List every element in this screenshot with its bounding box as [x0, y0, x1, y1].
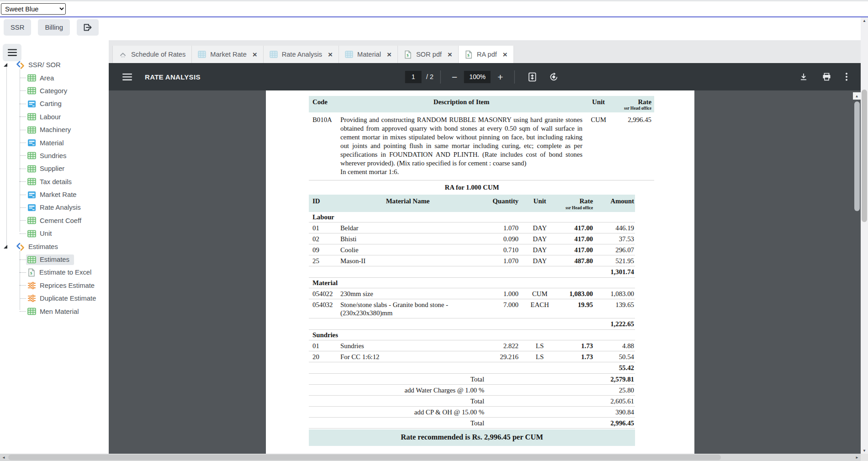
ra-total-row: Total2,605.61 [309, 396, 635, 407]
nav-button-ssr[interactable]: SSR [4, 19, 31, 36]
primary-nav: SSRBilling [4, 19, 99, 36]
print-button[interactable] [822, 72, 831, 81]
expand-caret-icon[interactable] [4, 245, 7, 249]
rotate-button[interactable] [549, 72, 558, 82]
scroll-down-icon[interactable]: ▼ [861, 447, 868, 454]
tree-item-cement-coeff[interactable]: Cement Coeff [0, 214, 109, 227]
zoom-level[interactable]: 100% [464, 71, 491, 83]
tree-item-label: Machinery [40, 126, 71, 133]
tree-guide [20, 285, 26, 286]
grid-icon [198, 51, 206, 58]
table-icon [27, 256, 36, 264]
browser-horizontal-scrollbar[interactable]: ◄ ► [0, 454, 861, 461]
tab-label: Market Rate [210, 51, 246, 58]
ra-cell-amount: 446.19 [593, 224, 635, 232]
tab-material[interactable]: Material× [339, 46, 398, 63]
scrollbar-thumb[interactable] [854, 101, 860, 211]
pdf-menu-button[interactable] [122, 73, 132, 81]
header-material-name: Material Name [340, 197, 475, 211]
browser-vertical-scrollbar[interactable]: ▲ ▼ [861, 17, 868, 454]
scroll-up-icon[interactable]: ▲ [853, 92, 861, 100]
tree-item-tax-details[interactable]: Tax details [0, 175, 109, 188]
ra-cell-name: Coolie [340, 246, 475, 254]
tree-item-area[interactable]: Area [0, 71, 109, 84]
tree-item-carting[interactable]: Carting [0, 97, 109, 110]
document-dollar-icon: $ [27, 268, 36, 277]
tree-item-label: Duplicate Estimate [40, 295, 96, 302]
page-number-input[interactable] [405, 71, 422, 83]
ra-cell-qty: 1.000 [475, 290, 519, 298]
tab-rate-analysis[interactable]: Rate Analysis× [264, 46, 339, 63]
pdf-vertical-scrollbar[interactable]: ▲ [853, 90, 861, 454]
tab-close-icon[interactable]: × [253, 51, 257, 58]
tree-item-labour[interactable]: Labour [0, 111, 109, 123]
ra-total-row: add CP & OH @ 15.00 %390.84 [309, 407, 635, 418]
tree-guide [20, 117, 26, 117]
tab-label: Schedule of Rates [131, 51, 185, 58]
tree-item-estimate-to-excel[interactable]: $Estimate to Excel [0, 266, 109, 279]
tree-item-supplier[interactable]: Supplier [0, 162, 109, 175]
tab-close-icon[interactable]: × [387, 51, 392, 58]
tree-item-rate-analysis[interactable]: Rate Analysis [0, 201, 109, 214]
scrollbar-corner [861, 454, 868, 461]
ra-cell-unit: LS [519, 342, 561, 350]
tree-item-label: Tax details [40, 178, 72, 185]
collapse-icon [119, 51, 127, 58]
ra-cell-name: Beldar [340, 224, 475, 232]
tree-item-label: Cement Coeff [40, 217, 81, 224]
ra-cell-rate: 1.73 [561, 342, 593, 350]
tree-item-label: Unit [40, 230, 52, 237]
more-options-button[interactable] [845, 72, 848, 81]
ra-subtotal-value: 1,301.74 [593, 268, 635, 276]
tab-ra-pdf[interactable]: $RA pdf× [459, 46, 514, 63]
expand-caret-icon[interactable] [4, 63, 7, 67]
tree-branch-ssr-sor[interactable]: SSR/ SOR [0, 58, 109, 71]
tab-market-rate[interactable]: Market Rate× [192, 46, 263, 63]
tree-item-estimates[interactable]: Estimates [0, 253, 109, 266]
tree-item-reprices-estimate[interactable]: Reprices Estimate [0, 279, 109, 292]
scrollbar-thumb[interactable] [8, 455, 721, 460]
table-icon [27, 113, 36, 121]
document-dollar-icon: $ [465, 50, 473, 59]
nav-button-billing[interactable]: Billing [38, 19, 69, 36]
table-icon [27, 152, 36, 159]
tree-branch-estimates[interactable]: Estimates [0, 240, 109, 253]
ra-cell-id: 01 [309, 224, 340, 232]
scrollbar-thumb[interactable] [862, 90, 867, 222]
tree-children: AreaCategoryCartingLabourMachineryMateri… [0, 71, 109, 240]
navigation-tree: SSR/ SORAreaCategoryCartingLabourMachine… [0, 58, 109, 318]
tree-item-material[interactable]: Material [0, 136, 109, 149]
sign-out-button[interactable] [77, 19, 99, 36]
tree-item-market-rate[interactable]: Market Rate [0, 188, 109, 201]
pdf-page: Code Description of Item Unit Rate ssr H… [266, 90, 694, 454]
tree-item-men-material[interactable]: Men Material [0, 305, 109, 318]
scroll-left-icon[interactable]: ◄ [0, 454, 7, 461]
toolbar-divider [514, 70, 514, 84]
download-button[interactable] [799, 72, 808, 81]
tab-close-icon[interactable]: × [448, 51, 452, 58]
theme-select[interactable]: Sweet Blue [1, 3, 66, 15]
ra-table-header: ID Material Name Quantity Unit Rate ssr … [309, 195, 635, 212]
zoom-out-button[interactable]: − [448, 72, 461, 82]
tab-bar: Schedule of RatesMarket Rate×Rate Analys… [109, 40, 861, 63]
tab-close-icon[interactable]: × [328, 51, 333, 58]
scroll-up-icon[interactable]: ▲ [861, 17, 868, 24]
tree-item-category[interactable]: Category [0, 85, 109, 97]
ra-cell-amount: 4.88 [593, 342, 635, 350]
tree-item-label: Estimates [40, 256, 69, 263]
tree-item-label: Reprices Estimate [40, 282, 95, 289]
ra-cell-rate: 1.73 [561, 353, 593, 361]
fit-page-button[interactable] [527, 72, 537, 82]
ra-table-row: 20For CC 1:6:1229.216LS1.7350.54 [309, 351, 635, 362]
tree-item-machinery[interactable]: Machinery [0, 123, 109, 136]
ra-section-labour: Labour [309, 212, 635, 223]
tree-item-sundries[interactable]: Sundries [0, 149, 109, 162]
scroll-right-icon[interactable]: ► [853, 454, 861, 461]
tab-close-icon[interactable]: × [503, 51, 508, 58]
tree-item-duplicate-estimate[interactable]: Duplicate Estimate [0, 292, 109, 305]
tab-sor-pdf[interactable]: $SOR pdf× [398, 46, 459, 63]
zoom-in-button[interactable]: + [493, 72, 507, 82]
total-value: 2,996.45 [561, 419, 635, 427]
tree-item-unit[interactable]: Unit [0, 227, 109, 240]
tab-schedule-of-rates[interactable]: Schedule of Rates [112, 46, 192, 63]
